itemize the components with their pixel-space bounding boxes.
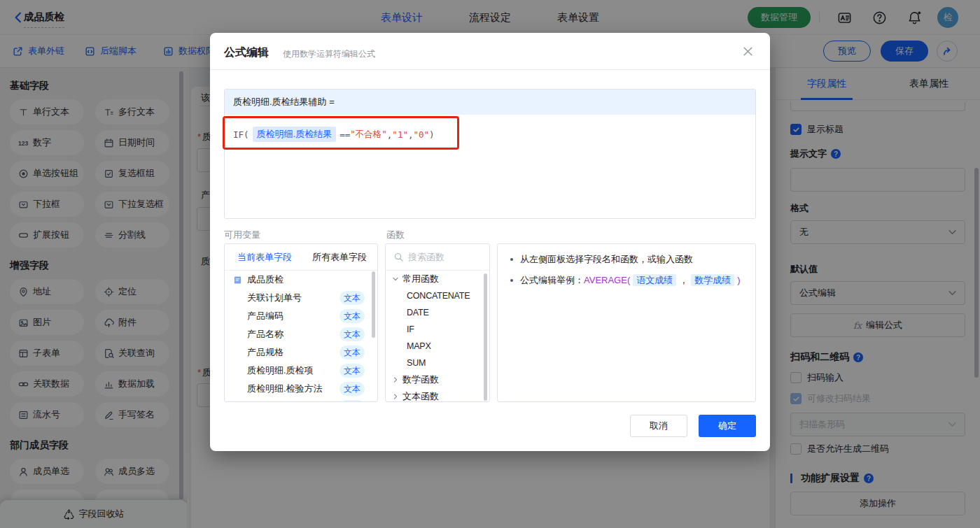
scan-section-label: 扫码和二维码? [790,351,863,364]
ext-section-label: 功能扩展设置? [790,472,874,485]
back-icon[interactable] [12,11,24,24]
ext-help-icon[interactable]: ? [864,473,874,483]
bell-icon[interactable] [907,10,922,25]
preview-button[interactable]: 预览 [823,41,871,62]
toolbar-link-external-link[interactable]: 表单外链 [13,35,64,67]
member-multi-icon [104,466,114,477]
variables-scrollbar[interactable] [372,271,375,338]
cancel-button[interactable]: 取消 [630,415,687,437]
variable-row-partial[interactable]: 文本 [225,398,377,402]
function-item[interactable]: IF [386,321,489,338]
field-item-radio-group[interactable]: 单选按钮组 [10,161,84,186]
field-type-tag: 文本 [340,345,365,359]
form-node[interactable]: 成品质检 [225,271,377,289]
signature-icon [104,410,114,420]
field-item-location[interactable]: 定位 [95,279,169,304]
qr-allow-checkbox[interactable]: 是否允许生成二维码 [790,443,889,455]
edit-formula-button[interactable]: fx编辑公式 [790,313,965,337]
form-title[interactable]: 成品质检 [24,10,64,28]
palette-section-title: 部门成员字段 [10,439,187,452]
formula-field-pill[interactable]: 质检明细.质检结果 [253,127,337,142]
variable-row[interactable]: 质检明细.检验方法文本 [225,380,377,398]
function-item[interactable]: SUM [386,355,489,371]
panel-scrollbar[interactable] [974,168,979,378]
field-item-number[interactable]: 123数字 [10,130,84,155]
field-item-member-single[interactable]: 成员单选 [10,459,84,484]
function-item[interactable]: CONCATENATE [386,287,489,304]
variable-row[interactable]: 产品名称文本 [225,325,377,343]
function-group[interactable]: 数学函数 [386,371,489,388]
field-item-divider[interactable]: 分割线 [95,222,169,248]
field-recycle-bin[interactable]: 字段回收站 [0,500,188,528]
field-item-select[interactable]: 下拉框 [10,192,84,217]
field-item-datetime[interactable]: 日期时间 [95,130,169,155]
avatar[interactable]: 检 [937,7,958,28]
function-group[interactable]: 常用函数 [386,271,489,287]
field-item-signature[interactable]: 手写签名 [95,402,169,427]
hint-help-icon[interactable]: ? [831,149,841,159]
number-icon: 123 [18,138,29,148]
save-button[interactable]: 保存 [881,41,928,62]
function-item[interactable]: DATE [386,304,489,321]
field-item-multi-text[interactable]: 多行文本 [95,99,169,124]
formula-editor: 质检明细.质检结果辅助 = IF(质检明细.质检结果=="不合格","1","0… [224,89,756,219]
topbar-tab-0[interactable]: 表单设计 [381,11,423,24]
field-item-attachment[interactable]: 附件 [95,310,169,335]
field-item-image[interactable]: 图片 [10,310,84,335]
field-item-link-data[interactable]: 关联数据 [10,371,84,397]
title-input-partial[interactable] [790,102,965,111]
toolbar-link-data-permission[interactable]: 数据权限 [163,35,215,67]
help-icon[interactable] [872,10,887,25]
function-search[interactable]: 搜索函数 [386,244,489,271]
function-group[interactable]: 文本函数 [386,388,489,402]
field-item-checkbox-group[interactable]: 复选框组 [95,161,169,186]
variable-row[interactable]: 关联计划单号文本 [225,289,377,307]
serial-icon [18,410,29,420]
toolbar-link-script[interactable]: 后端脚本 [85,35,136,67]
variable-row[interactable]: 质检明细.质检项文本 [225,362,377,380]
field-item-ext-button[interactable]: 扩展按钮 [10,222,84,248]
field-item-data-load[interactable]: 数据加载 [95,371,169,397]
sidebar-scrollbar[interactable] [179,71,183,499]
variable-row[interactable]: 产品规格文本 [225,343,377,362]
ok-button[interactable]: 确定 [699,415,756,437]
modal-subtitle: 使用数学运算符编辑公式 [283,48,375,60]
default-value-select[interactable]: 公式编辑 [790,281,965,305]
var-tab-1[interactable]: 所有表单字段 [312,251,367,264]
scan-help-icon[interactable]: ? [853,352,863,362]
field-item-subform[interactable]: 子表单 [10,341,84,366]
format-select[interactable]: 无 [790,220,965,244]
hint-text-input[interactable] [790,168,965,192]
field-label-fragment: 质 [201,255,210,268]
add-action-button[interactable]: 添加操作 [790,492,965,515]
variables-label: 可用变量 [224,229,260,241]
show-title-label: 显示标题 [807,123,844,136]
topbar-tab-1[interactable]: 流程设定 [469,11,511,24]
topbar-tab-2[interactable]: 表单设置 [557,11,599,24]
translate-icon[interactable] [837,10,852,25]
close-icon[interactable] [743,46,753,57]
var-tab-0[interactable]: 当前表单字段 [237,251,292,264]
scan-barcode-select: 扫描条形码 [790,413,965,436]
panel-tab-1[interactable]: 表单属性 [878,68,980,99]
field-item-link-query[interactable]: 关联查询 [95,341,169,366]
functions-scrollbar[interactable] [484,273,487,401]
field-item-single-text[interactable]: 单行文本 [10,99,84,124]
app: 成品质检 表单设计流程设定表单设置 数据管理 检 表单外链后端脚本数据权限 预览… [0,0,980,528]
show-title-checkbox[interactable]: 显示标题 [790,123,844,136]
field-item-address[interactable]: 地址 [10,279,84,304]
scan-editable-checkbox: 可修改扫码结果 [790,392,871,405]
formula-expression[interactable]: IF(质检明细.质检结果=="不合格","1","0") [225,115,755,154]
datetime-icon [104,138,114,148]
topbar-tabs: 表单设计流程设定表单设置 [381,0,599,35]
variable-row[interactable]: 产品编码文本 [225,307,377,325]
scan-input-checkbox[interactable]: 扫码输入 [790,371,844,384]
field-item-serial[interactable]: 流水号 [10,402,84,427]
field-item-member-multi[interactable]: 成员多选 [95,459,169,484]
share-button[interactable] [937,41,958,62]
panel-tab-0[interactable]: 字段属性 [776,68,878,99]
formula-target: 质检明细.质检结果辅助 = [225,90,755,115]
field-item-multi-select[interactable]: 下拉复选框 [95,192,169,217]
data-manage-button[interactable]: 数据管理 [748,7,811,28]
function-item[interactable]: MAPX [386,338,489,355]
